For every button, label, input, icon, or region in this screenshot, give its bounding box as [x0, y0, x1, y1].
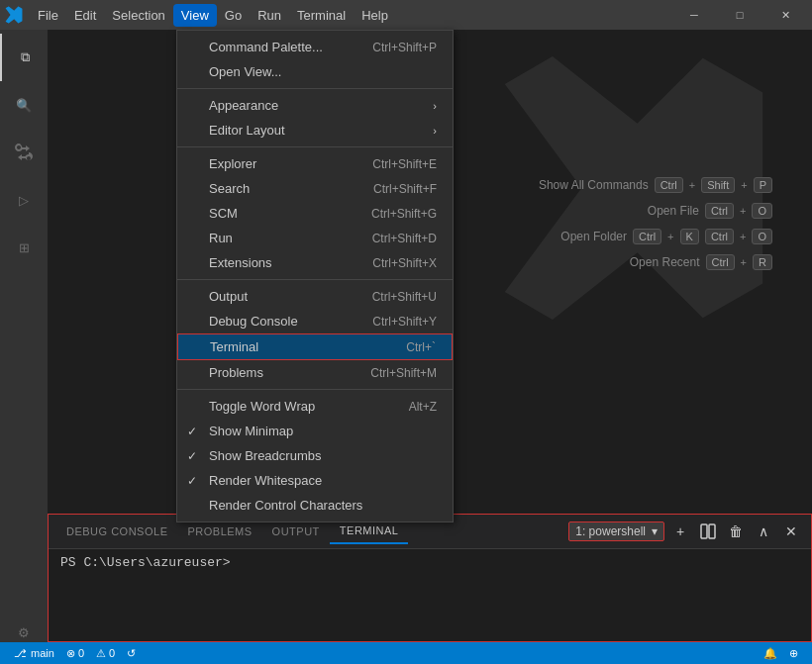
svg-rect-0 — [701, 524, 707, 538]
status-remote[interactable]: ⊕ — [783, 647, 804, 660]
extensions-icon[interactable]: ⊞ — [0, 224, 48, 271]
terminal-panel: DEBUG CONSOLE PROBLEMS OUTPUT TERMINAL 1… — [48, 514, 812, 642]
explorer-icon[interactable]: ⧉ — [0, 34, 48, 81]
split-terminal-button[interactable] — [696, 520, 720, 543]
menu-run[interactable]: Run — [250, 4, 289, 27]
window-controls: ─ □ ✕ — [671, 0, 808, 30]
menu-item-run[interactable]: Run Ctrl+Shift+D — [177, 226, 453, 250]
output-tab[interactable]: OUTPUT — [262, 520, 330, 543]
close-panel-button[interactable]: ✕ — [779, 520, 803, 543]
status-notifications[interactable]: 🔔 — [758, 647, 783, 660]
submenu-arrow-icon: › — [433, 125, 437, 137]
menu-go[interactable]: Go — [217, 4, 250, 27]
problems-tab[interactable]: PROBLEMS — [177, 520, 261, 543]
menu-terminal[interactable]: Terminal — [289, 4, 354, 27]
menu-item-terminal[interactable]: Terminal Ctrl+` — [177, 333, 453, 360]
shortcut-row-open-folder: Open Folder Ctrl + K Ctrl + O — [539, 229, 772, 244]
shortcut-row-open-file: Open File Ctrl + O — [539, 203, 772, 219]
close-button[interactable]: ✕ — [762, 0, 808, 30]
menu-item-appearance[interactable]: Appearance › — [177, 93, 453, 118]
view-menu-dropdown: Command Palette... Ctrl+Shift+P Open Vie… — [176, 30, 454, 522]
menu-item-show-minimap[interactable]: ✓ Show Minimap — [177, 419, 453, 443]
check-icon: ✓ — [187, 425, 197, 438]
shortcut-row-open-recent: Open Recent Ctrl + R — [539, 254, 772, 270]
separator-1 — [177, 88, 453, 89]
menu-item-toggle-word-wrap[interactable]: Toggle Word Wrap Alt+Z — [177, 394, 453, 419]
menu-item-render-whitespace[interactable]: ✓ Render Whitespace — [177, 468, 453, 493]
menu-item-extensions[interactable]: Extensions Ctrl+Shift+X — [177, 250, 453, 275]
run-debug-icon[interactable]: ▷ — [0, 176, 48, 224]
search-icon[interactable]: 🔍 — [0, 81, 48, 129]
separator-3 — [177, 279, 453, 280]
menu-item-render-control-chars[interactable]: Render Control Characters — [177, 493, 453, 518]
vscode-logo-icon — [4, 5, 24, 25]
menu-item-editor-layout[interactable]: Editor Layout › — [177, 118, 453, 142]
status-sync[interactable]: ↺ — [121, 642, 142, 664]
menu-bar: File Edit Selection View Go Run Terminal… — [0, 0, 812, 30]
dropdown-arrow-icon: ▾ — [652, 524, 658, 538]
kill-terminal-button[interactable]: 🗑 — [724, 520, 748, 543]
status-bar: ⎇ main ⊗ 0 ⚠ 0 ↺ 🔔 ⊕ — [0, 642, 812, 664]
add-terminal-button[interactable]: + — [668, 520, 692, 543]
collapse-panel-button[interactable]: ∧ — [752, 520, 775, 543]
menu-item-problems[interactable]: Problems Ctrl+Shift+M — [177, 360, 453, 385]
minimize-button[interactable]: ─ — [671, 0, 717, 30]
menu-item-show-breadcrumbs[interactable]: ✓ Show Breadcrumbs — [177, 443, 453, 468]
menu-view[interactable]: View — [173, 4, 217, 27]
status-right-items: 🔔 ⊕ — [758, 647, 804, 660]
menu-item-output[interactable]: Output Ctrl+Shift+U — [177, 284, 453, 309]
terminal-prompt: PS C:\Users\azureuser> — [60, 555, 799, 570]
separator-2 — [177, 146, 453, 147]
menu-item-command-palette[interactable]: Command Palette... Ctrl+Shift+P — [177, 35, 453, 59]
menu-help[interactable]: Help — [354, 4, 396, 27]
menu-item-explorer[interactable]: Explorer Ctrl+Shift+E — [177, 151, 453, 176]
menu-item-debug-console[interactable]: Debug Console Ctrl+Shift+Y — [177, 309, 453, 333]
shortcut-row-show-commands: Show All Commands Ctrl + Shift + P — [539, 177, 772, 193]
shell-selector[interactable]: 1: powershell ▾ — [568, 522, 664, 541]
keyboard-shortcuts-panel: Show All Commands Ctrl + Shift + P Open … — [539, 177, 772, 270]
menu-edit[interactable]: Edit — [66, 4, 104, 27]
separator-4 — [177, 389, 453, 390]
maximize-button[interactable]: □ — [717, 0, 762, 30]
status-errors[interactable]: ⊗ 0 — [60, 642, 90, 664]
svg-rect-1 — [709, 524, 715, 538]
status-warnings[interactable]: ⚠ 0 — [90, 642, 121, 664]
submenu-arrow-icon: › — [433, 100, 437, 112]
menu-selection[interactable]: Selection — [104, 4, 172, 27]
status-git-branch[interactable]: ⎇ main — [8, 642, 60, 664]
debug-console-tab[interactable]: DEBUG CONSOLE — [56, 520, 177, 543]
menu-item-search[interactable]: Search Ctrl+Shift+F — [177, 176, 453, 201]
check-icon: ✓ — [187, 449, 197, 463]
terminal-controls: 1: powershell ▾ + 🗑 ∧ ✕ — [568, 520, 803, 543]
scm-icon[interactable] — [0, 129, 48, 176]
terminal-content[interactable]: PS C:\Users\azureuser> — [49, 549, 811, 576]
menu-file[interactable]: File — [30, 4, 66, 27]
check-icon: ✓ — [187, 474, 197, 488]
activity-bar: ⧉ 🔍 ▷ ⊞ ⚙ — [0, 30, 48, 664]
menu-item-open-view[interactable]: Open View... — [177, 59, 453, 84]
menu-item-scm[interactable]: SCM Ctrl+Shift+G — [177, 201, 453, 226]
